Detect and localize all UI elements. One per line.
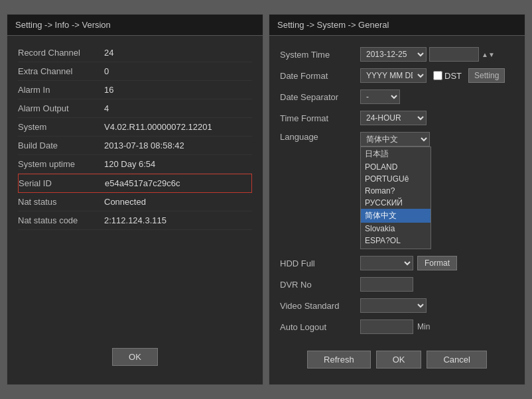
dst-setting-button[interactable]: Setting: [468, 68, 505, 83]
min-label: Min: [417, 322, 430, 331]
date-separator-select[interactable]: -: [360, 89, 400, 104]
time-format-label: Time Format: [280, 113, 356, 123]
right-panel-footer: Refresh OK Cancel: [280, 343, 514, 376]
info-label: Alarm Output: [18, 103, 104, 113]
language-row: Language 简体中文 日本語POLANDPORTUGUêRoman?РУС…: [280, 129, 514, 253]
auto-logout-input[interactable]: [360, 319, 413, 334]
language-option[interactable]: Roman?: [361, 185, 431, 197]
video-standard-label: Video Standard: [280, 301, 356, 311]
info-value: 16: [104, 85, 113, 95]
time-input[interactable]: 15:00:37: [429, 47, 479, 62]
date-format-label: Date Format: [280, 71, 356, 81]
info-value: 2:112.124.3.115: [104, 215, 166, 225]
info-value: 120 Day 6:54: [104, 159, 155, 169]
info-row: Alarm Output 4: [18, 99, 252, 118]
dst-checkbox[interactable]: [433, 71, 442, 80]
info-value: Connected: [104, 197, 146, 207]
language-option[interactable]: 简体中文: [361, 209, 431, 223]
right-panel-content: System Time 2013-12-25 15:00:37 ▲▼ Date …: [269, 36, 525, 384]
info-value: 0: [104, 66, 109, 76]
date-separator-row: Date Separator -: [280, 86, 514, 107]
right-panel-title: Setting -> System -> General: [269, 15, 525, 36]
language-option[interactable]: 日本語: [361, 147, 431, 161]
info-label: Alarm In: [18, 85, 104, 95]
language-option[interactable]: Slovakia: [361, 223, 431, 235]
language-select-top[interactable]: 简体中文: [360, 132, 430, 146]
language-dropdown-container: 简体中文 日本語POLANDPORTUGUêRoman?РУССКИЙ简体中文S…: [360, 132, 431, 249]
dst-label: DST: [444, 71, 462, 81]
dvr-no-input[interactable]: [360, 277, 413, 292]
refresh-button[interactable]: Refresh: [307, 351, 371, 369]
language-option[interactable]: Swedish: [361, 247, 431, 249]
language-label: Language: [280, 132, 356, 142]
system-time-row: System Time 2013-12-25 15:00:37 ▲▼: [280, 44, 514, 65]
left-panel-footer: OK: [18, 337, 252, 376]
info-row: System uptime 120 Day 6:54: [18, 155, 252, 174]
language-list: 日本語POLANDPORTUGUêRoman?РУССКИЙ简体中文Slovak…: [360, 146, 431, 249]
hdd-full-select[interactable]: [360, 256, 413, 270]
auto-logout-label: Auto Logout: [280, 322, 356, 332]
info-value: 2013-07-18 08:58:42: [104, 141, 184, 150]
time-format-select[interactable]: 24-HOUR: [360, 111, 427, 125]
time-format-row: Time Format 24-HOUR: [280, 107, 514, 129]
info-label: Serial ID: [19, 178, 105, 188]
time-spinner[interactable]: ▲▼: [482, 51, 495, 58]
info-value: 4: [104, 103, 109, 113]
info-value: V4.02.R11.00000072.12201: [104, 122, 212, 132]
date-format-select[interactable]: YYYY MM DD: [360, 68, 427, 83]
info-label: Nat status: [18, 197, 104, 207]
datetime-row: 2013-12-25 15:00:37 ▲▼: [360, 47, 495, 62]
info-row: Alarm In 16: [18, 81, 252, 99]
hdd-full-row: HDD Full Format: [280, 253, 514, 274]
auto-logout-row: Auto Logout Min: [280, 316, 514, 337]
format-button[interactable]: Format: [417, 256, 457, 270]
right-ok-button[interactable]: OK: [376, 351, 422, 369]
language-option[interactable]: POLAND: [361, 161, 431, 173]
left-panel: Setting -> Info -> Version Record Channe…: [7, 14, 263, 385]
date-format-row: Date Format YYYY MM DD DST Setting: [280, 65, 514, 86]
info-row: Extra Channel 0: [18, 62, 252, 81]
info-row: Serial ID e54a4517a7c29c6c: [18, 174, 252, 193]
info-row: System V4.02.R11.00000072.12201: [18, 118, 252, 137]
info-label: System uptime: [18, 159, 104, 169]
video-standard-row: Video Standard: [280, 295, 514, 316]
cancel-button[interactable]: Cancel: [427, 351, 486, 369]
dvr-no-label: DVR No: [280, 280, 356, 290]
info-row: Record Channel 24: [18, 44, 252, 62]
info-row: Nat status code 2:112.124.3.115: [18, 211, 252, 230]
left-panel-title: Setting -> Info -> Version: [7, 15, 263, 36]
info-row: Nat status Connected: [18, 193, 252, 211]
language-option[interactable]: ESPA?OL: [361, 235, 431, 247]
dvr-no-row: DVR No: [280, 274, 514, 295]
info-label: Extra Channel: [18, 66, 104, 76]
hdd-full-label: HDD Full: [280, 258, 356, 268]
system-time-label: System Time: [280, 50, 356, 60]
info-rows: Record Channel 24 Extra Channel 0 Alarm …: [18, 44, 252, 230]
info-label: System: [18, 122, 104, 132]
date-select[interactable]: 2013-12-25: [360, 47, 427, 62]
left-ok-button[interactable]: OK: [112, 348, 158, 366]
right-panel: Setting -> System -> General System Time…: [269, 14, 525, 385]
info-label: Record Channel: [18, 48, 104, 58]
language-option[interactable]: РУССКИЙ: [361, 197, 431, 209]
info-value: e54a4517a7c29c6c: [105, 178, 180, 188]
info-row: Build Date 2013-07-18 08:58:42: [18, 137, 252, 155]
language-option[interactable]: PORTUGUê: [361, 173, 431, 185]
left-panel-content: Record Channel 24 Extra Channel 0 Alarm …: [7, 36, 263, 384]
date-separator-label: Date Separator: [280, 92, 356, 102]
info-label: Build Date: [18, 141, 104, 150]
info-label: Nat status code: [18, 215, 104, 225]
video-standard-select[interactable]: [360, 298, 427, 313]
dst-container: DST: [433, 71, 462, 81]
info-value: 24: [104, 48, 113, 58]
